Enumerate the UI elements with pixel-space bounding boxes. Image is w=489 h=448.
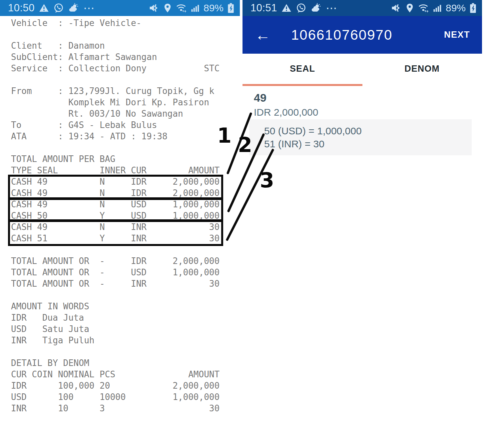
inner-seal-list: 50 (USD) = 1,000,000 51 (INR) = 30 xyxy=(249,119,472,155)
annotation-box-idr-rows xyxy=(8,175,223,199)
composite-screenshot: 10:50 ⋯ 89% Vehicle : -Tipe Vehicle- Cli… xyxy=(0,0,489,448)
weather-icon xyxy=(68,3,79,13)
annotation-label-2: 2 xyxy=(238,135,252,155)
more-dots-icon: ⋯ xyxy=(83,6,95,10)
battery-icon xyxy=(227,2,235,14)
wifi-icon xyxy=(418,3,430,13)
page-title: 106610760970 xyxy=(291,27,392,43)
whatsapp-icon xyxy=(53,3,64,13)
wifi-icon xyxy=(176,3,188,13)
annotation-box-inr-rows xyxy=(8,220,223,246)
mute-vibrate-icon xyxy=(149,3,160,13)
active-tab-indicator xyxy=(243,84,362,86)
right-screenshot-panel: 10:51 ⋯ 89% ← 106610760970 NEXT SEAL DE xyxy=(243,0,482,448)
clock-text: 10:50 xyxy=(8,2,35,14)
next-button[interactable]: NEXT xyxy=(442,29,472,40)
app-header: ← 106610760970 NEXT xyxy=(243,16,482,54)
mute-vibrate-icon xyxy=(391,3,402,13)
signal-bars-icon xyxy=(433,3,443,13)
tab-seal[interactable]: SEAL xyxy=(243,54,362,84)
seal-number: 49 xyxy=(254,91,266,104)
weather-icon xyxy=(311,3,321,13)
warning-icon xyxy=(281,3,291,13)
battery-icon xyxy=(469,2,477,14)
seal-amount: IDR 2,000,000 xyxy=(254,107,318,118)
clock-text: 10:51 xyxy=(250,2,277,14)
back-arrow-icon[interactable]: ← xyxy=(255,27,270,43)
location-pin-icon xyxy=(163,3,173,13)
annotation-label-3: 3 xyxy=(260,170,274,191)
left-status-bar: 10:50 ⋯ 89% xyxy=(0,0,240,16)
battery-percent-text: 89% xyxy=(446,2,466,14)
inner-seal-item: 50 (USD) = 1,000,000 xyxy=(264,124,472,137)
warning-icon xyxy=(39,3,49,13)
left-screenshot-panel: 10:50 ⋯ 89% Vehicle : -Tipe Vehicle- Cli… xyxy=(0,0,240,448)
battery-percent-text: 89% xyxy=(204,2,224,14)
inner-seal-item: 51 (INR) = 30 xyxy=(264,137,472,150)
whatsapp-icon xyxy=(296,3,306,13)
more-dots-icon: ⋯ xyxy=(326,6,338,10)
tab-bar: SEAL DENOM xyxy=(243,54,482,86)
tab-denom[interactable]: DENOM xyxy=(362,54,482,84)
signal-bars-icon xyxy=(191,3,201,13)
location-pin-icon xyxy=(405,3,415,13)
annotation-label-1: 1 xyxy=(217,125,232,146)
right-status-bar: 10:51 ⋯ 89% xyxy=(243,0,482,16)
annotation-box-usd-rows xyxy=(8,198,223,221)
